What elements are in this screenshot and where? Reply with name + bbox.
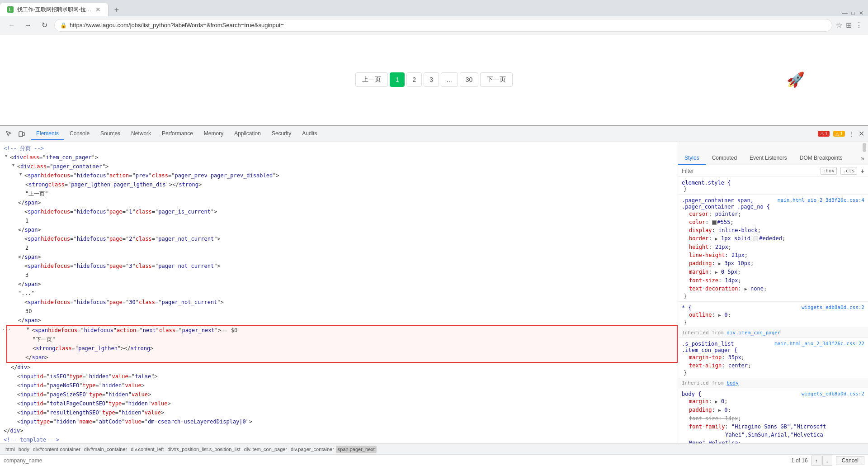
html-line-input-pagenoseo: <input id="pageNoSEO" type="hidden" valu… xyxy=(0,381,678,390)
html-line-div1[interactable]: ▶ <div class="item_con_pager"> xyxy=(0,153,678,162)
breadcrumb-item-con-pager[interactable]: div.item_con_pager xyxy=(242,446,289,453)
styles-panel-tabs: Styles Computed Event Listeners DOM Brea… xyxy=(678,152,868,165)
extensions-icon[interactable]: ⊞ xyxy=(846,21,852,29)
html-line-span-close3: </span> xyxy=(0,252,678,262)
html-line-div2[interactable]: ▶ <div class="pager_container"> xyxy=(0,162,678,171)
cancel-button[interactable]: Cancel xyxy=(836,456,864,465)
cls-button[interactable]: .cls xyxy=(840,167,857,175)
breadcrumb-content-container[interactable]: div#content-container xyxy=(31,446,82,453)
status-nav-buttons: ↑ ↓ xyxy=(811,456,832,466)
bookmark-icon[interactable]: ☆ xyxy=(836,21,842,29)
forward-button[interactable]: → xyxy=(22,19,34,32)
html-line-dots: "..." xyxy=(0,289,678,298)
html-line-next-text: "下一页" xyxy=(7,335,677,344)
devtools-more-button[interactable]: ⋮ xyxy=(849,130,855,138)
breadcrumb-bar: html body div#content-container div#main… xyxy=(0,443,868,454)
tab-network[interactable]: Network xyxy=(126,128,156,140)
styles-filter-input[interactable] xyxy=(682,168,817,174)
tab-close-button[interactable]: ✕ xyxy=(95,6,101,13)
css-rule-s-position-list: .s_position_list .item_con_pager { main.… xyxy=(678,338,868,378)
new-tab-button[interactable]: + xyxy=(110,4,123,16)
html-line-2-text: 2 xyxy=(0,243,678,252)
html-line-input-pagesizeseo: <input id="pageSizeSEO" type="hidden" va… xyxy=(0,390,678,399)
element-picker-icon[interactable] xyxy=(4,128,14,139)
html-line-span-page2[interactable]: <span hidefocus="hidefocus" page="2" cla… xyxy=(0,234,678,243)
tab-console[interactable]: Console xyxy=(64,128,95,140)
html-line-div-close1: </div> xyxy=(0,363,678,372)
breadcrumb-content-left[interactable]: div.content_left xyxy=(129,446,165,453)
html-line-3-text: 3 xyxy=(0,271,678,280)
status-search-input[interactable] xyxy=(4,457,94,464)
html-line-span-prev[interactable]: ▶ <span hidefocus="hidefocus" action="pr… xyxy=(0,171,678,180)
page-3-button[interactable]: 3 xyxy=(424,72,439,87)
styles-scroll-top-button[interactable] xyxy=(863,143,866,152)
menu-icon[interactable]: ⋮ xyxy=(855,21,863,29)
devtools-panel: Elements Console Sources Network Perform… xyxy=(0,125,868,466)
styles-tab-more-button[interactable]: » xyxy=(857,152,868,165)
next-page-button[interactable]: 下一页 xyxy=(480,72,513,87)
elements-panel[interactable]: <!-- 分页 --> ▶ <div class="item_con_pager… xyxy=(0,142,678,443)
browser-window: L 找工作-互联网招聘求职网-拉勾... ✕ + — □ ✕ ← → ↻ 🔒 h… xyxy=(0,0,868,466)
prev-page-button[interactable]: 上一页 xyxy=(355,72,388,87)
html-line-span-page3[interactable]: <span hidefocus="hidefocus" page="3" cla… xyxy=(0,262,678,271)
page-2-button[interactable]: 2 xyxy=(406,72,422,87)
css-rule-star: * { widgets_edb8a0d.css:2 outline: ▶ 0; … xyxy=(678,302,868,328)
status-nav-next-button[interactable]: ↓ xyxy=(822,456,832,466)
styles-tab-styles[interactable]: Styles xyxy=(678,152,706,165)
html-line-span-page1[interactable]: <span hidefocus="hidefocus" page="1" cla… xyxy=(0,207,678,216)
html-line-strong2: <strong class="pager_lgthen "></strong> xyxy=(7,344,677,353)
tab-memory[interactable]: Memory xyxy=(198,128,229,140)
breadcrumb-span-pager-next[interactable]: span.pager_next xyxy=(336,446,377,453)
html-line-comment1: <!-- 分页 --> xyxy=(0,144,678,153)
css-rule-element-style: element.style { } xyxy=(678,177,868,195)
close-window-button[interactable]: ✕ xyxy=(858,10,864,16)
breadcrumb-body[interactable]: body xyxy=(17,446,31,453)
breadcrumb-s-position-list[interactable]: div#s_position_list.s_position_list xyxy=(165,446,242,453)
device-toggle-icon[interactable] xyxy=(16,128,27,139)
styles-tab-computed[interactable]: Computed xyxy=(706,152,743,165)
hov-button[interactable]: :hov xyxy=(821,167,837,175)
active-tab[interactable]: L 找工作-互联网招聘求职网-拉勾... ✕ xyxy=(0,3,108,16)
styles-tab-event-listeners[interactable]: Event Listeners xyxy=(743,152,793,165)
html-line-span-next-selected[interactable]: ▶ <span hidefocus="hidefocus" action="ne… xyxy=(7,326,677,335)
html-line-span-page30[interactable]: <span hidefocus="hidefocus" page="30" cl… xyxy=(0,298,678,307)
tab-performance[interactable]: Performance xyxy=(156,128,198,140)
status-search-text[interactable] xyxy=(4,457,791,464)
devtools-tabs: Elements Console Sources Network Perform… xyxy=(31,128,818,140)
page-30-button[interactable]: 30 xyxy=(460,72,479,87)
maximize-button[interactable]: □ xyxy=(850,10,856,16)
breadcrumb-main-container[interactable]: div#main_container xyxy=(82,446,129,453)
tab-application[interactable]: Application xyxy=(229,128,266,140)
devtools-content: <!-- 分页 --> ▶ <div class="item_con_pager… xyxy=(0,142,868,443)
breadcrumb-pager-container[interactable]: div.pager_container xyxy=(289,446,336,453)
reload-button[interactable]: ↻ xyxy=(38,19,51,32)
back-button[interactable]: ← xyxy=(5,19,18,32)
secure-icon: 🔒 xyxy=(60,22,67,29)
styles-tab-dom-breakpoints[interactable]: DOM Breakpoints xyxy=(793,152,849,165)
tab-security[interactable]: Security xyxy=(266,128,297,140)
warning-badge: △ 1 xyxy=(833,131,845,137)
tab-bar: L 找工作-互联网招聘求职网-拉勾... ✕ + — □ ✕ xyxy=(0,0,868,16)
styles-panel-content: :hov .cls + element.style { } xyxy=(678,165,868,443)
tab-elements[interactable]: Elements xyxy=(31,128,64,140)
tab-audits[interactable]: Audits xyxy=(297,128,322,140)
add-style-rule-button[interactable]: + xyxy=(861,167,864,175)
address-bar-actions: ☆ ⊞ ⋮ xyxy=(836,21,863,29)
minimize-button[interactable]: — xyxy=(842,10,848,16)
html-line-prev-text: "上一页" xyxy=(0,189,678,198)
svg-rect-0 xyxy=(19,132,23,137)
url-bar[interactable]: 🔒 https://www.lagou.com/jobs/list_python… xyxy=(54,19,832,32)
breadcrumb-html[interactable]: html xyxy=(4,446,17,453)
color-swatch-555 xyxy=(712,220,717,225)
status-nav-prev-button[interactable]: ↑ xyxy=(811,456,821,466)
devtools-close-button[interactable]: ✕ xyxy=(859,129,864,138)
main-area: 上一页 1 2 3 ... 30 下一页 🚀 xyxy=(0,34,868,466)
pagination: 上一页 1 2 3 ... 30 下一页 xyxy=(355,72,513,87)
html-line-comment2: <!-- template --> xyxy=(0,435,678,443)
filter-bar: :hov .cls + xyxy=(678,165,868,177)
status-pages-text: 1 of 16 xyxy=(791,457,808,464)
page-1-button[interactable]: 1 xyxy=(390,72,405,87)
tab-sources[interactable]: Sources xyxy=(95,128,126,140)
devtools-toolbar-right: ⚠ 1 △ 1 ⋮ ✕ xyxy=(818,129,864,138)
html-line-span-close4: </span> xyxy=(0,280,678,289)
